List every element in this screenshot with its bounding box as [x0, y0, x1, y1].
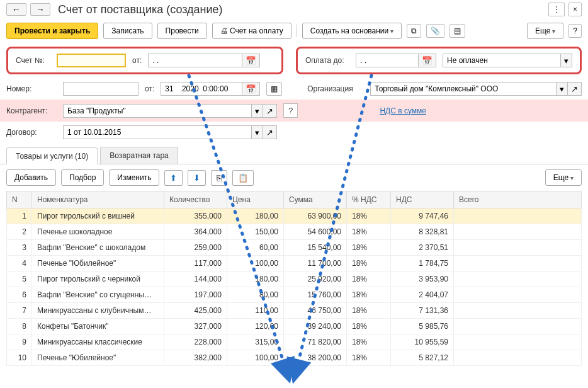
cell-nom: Вафли "Венские" со сгущенны…: [32, 287, 164, 303]
cell-price: 60,00: [227, 240, 284, 256]
move-down-icon[interactable]: ⬇: [188, 170, 206, 186]
org-label: Организация: [307, 84, 364, 93]
oplata-do-input[interactable]: [356, 54, 419, 67]
extra-icon[interactable]: ▦: [266, 82, 282, 96]
dropdown-icon[interactable]: ▾: [557, 82, 568, 96]
dropdown-icon[interactable]: ▾: [561, 54, 572, 67]
more-button[interactable]: Еще: [527, 23, 563, 39]
cell-vatpct: 18%: [347, 271, 391, 287]
post-close-button[interactable]: Провести и закрыть: [6, 23, 98, 39]
nomer-input[interactable]: [63, 82, 139, 96]
cell-n: 3: [7, 240, 32, 256]
structure-icon[interactable]: ⧉: [407, 24, 421, 38]
schet-no-label: Счет №:: [16, 56, 50, 65]
tab-goods[interactable]: Товары и услуги (10): [6, 147, 98, 164]
cell-price: 100,00: [227, 350, 284, 366]
dogovor-label: Договор:: [6, 128, 57, 137]
cell-n: 4: [7, 256, 32, 271]
close-icon[interactable]: ×: [568, 3, 582, 16]
col-vatpct[interactable]: % НДС: [347, 191, 391, 208]
input-highlight-right: Оплата до: 📅 ▾: [296, 47, 582, 74]
cell-nom: Пирог тирольский с вишней: [32, 208, 164, 224]
dropdown-icon[interactable]: ▾: [252, 125, 263, 139]
calendar-icon[interactable]: 📅: [419, 54, 436, 67]
status-select[interactable]: [443, 54, 561, 67]
cell-n: 9: [7, 334, 32, 350]
paste-icon[interactable]: 📋: [232, 170, 254, 186]
edit-button[interactable]: Изменить: [109, 169, 159, 186]
cell-vatpct: 18%: [347, 287, 391, 303]
cell-nom: Печенье "Юбилейное": [32, 350, 164, 366]
schet-no-input[interactable]: [57, 54, 126, 67]
cell-total: [454, 208, 582, 224]
nav-back-button[interactable]: ←: [6, 3, 26, 16]
cell-vat: 5 985,76: [391, 319, 454, 334]
kontragent-input[interactable]: [63, 104, 252, 118]
table-more-button[interactable]: Еще: [545, 169, 582, 186]
calendar-icon[interactable]: 📅: [242, 54, 260, 67]
col-sum[interactable]: Сумма: [284, 191, 347, 208]
save-button[interactable]: Записать: [103, 23, 152, 39]
help-icon[interactable]: ?: [568, 24, 582, 38]
table-row[interactable]: 6 Вафли "Венские" со сгущенны… 197,000 8…: [7, 287, 582, 303]
move-up-icon[interactable]: ⬆: [164, 170, 183, 186]
col-n[interactable]: N: [7, 191, 32, 208]
open-icon[interactable]: ↗: [263, 104, 277, 118]
nds-link[interactable]: НДС в сумме: [380, 106, 426, 115]
attach-icon[interactable]: 📎: [426, 24, 444, 38]
menu-icon[interactable]: ⋮: [548, 3, 565, 16]
open-icon[interactable]: ↗: [568, 82, 582, 96]
cell-n: 1: [7, 208, 32, 224]
open-icon[interactable]: ↗: [263, 125, 277, 139]
cell-qty: 259,000: [164, 240, 227, 256]
input-highlight-left: Счет №: от: 📅: [6, 47, 283, 74]
post-button[interactable]: Провести: [157, 23, 207, 39]
cell-sum: 11 700,00: [284, 256, 347, 271]
org-input[interactable]: [370, 82, 557, 96]
table-row[interactable]: 5 Пирог тирольский с черникой 144,000 18…: [7, 271, 582, 287]
help-kontragent-icon[interactable]: ?: [283, 103, 298, 118]
cell-price: 180,00: [227, 208, 284, 224]
cell-vatpct: 18%: [347, 350, 391, 366]
calendar-icon[interactable]: 📅: [242, 82, 260, 96]
table-row[interactable]: 10 Печенье "Юбилейное" 382,000 100,00 38…: [7, 350, 582, 366]
oplata-do-label: Оплата до:: [305, 56, 349, 65]
table-row[interactable]: 7 Миникруассаны с клубничным… 425,000 11…: [7, 303, 582, 319]
col-vat[interactable]: НДС: [391, 191, 454, 208]
cell-vatpct: 18%: [347, 240, 391, 256]
cell-vatpct: 18%: [347, 303, 391, 319]
create-based-button[interactable]: Создать на основании: [302, 23, 402, 39]
nav-fwd-button[interactable]: →: [30, 3, 50, 16]
tab-tara[interactable]: Возвратная тара: [100, 147, 178, 164]
col-qty[interactable]: Количество: [164, 191, 227, 208]
report-icon[interactable]: ▤: [449, 24, 465, 38]
cell-qty: 355,000: [164, 208, 227, 224]
cell-total: [454, 334, 582, 350]
table-row[interactable]: 4 Печенье "Юбилейное" 117,000 100,00 11 …: [7, 256, 582, 271]
cell-n: 2: [7, 224, 32, 240]
cell-total: [454, 350, 582, 366]
schet-date-input[interactable]: [148, 54, 242, 67]
cell-total: [454, 240, 582, 256]
cell-nom: Вафли "Венские" с шоколадом: [32, 240, 164, 256]
cell-nom: Миникруассаны с клубничным…: [32, 303, 164, 319]
dropdown-icon[interactable]: ▾: [252, 104, 263, 118]
pick-button[interactable]: Подбор: [61, 169, 104, 186]
print-button[interactable]: 🖨 Счет на оплату: [212, 23, 291, 39]
table-row[interactable]: 3 Вафли "Венские" с шоколадом 259,000 60…: [7, 240, 582, 256]
nomer-label: Номер:: [6, 84, 57, 93]
col-nom[interactable]: Номенклатура: [32, 191, 164, 208]
cell-vat: 7 131,36: [391, 303, 454, 319]
cell-vat: 3 953,90: [391, 271, 454, 287]
table-row[interactable]: 8 Конфеты "Батончик" 327,000 120,00 39 2…: [7, 319, 582, 334]
add-button[interactable]: Добавить: [6, 169, 56, 186]
nomer-date-input[interactable]: [161, 82, 242, 96]
dogovor-input[interactable]: [63, 125, 252, 139]
col-total[interactable]: Всего: [454, 191, 582, 208]
col-price[interactable]: Цена: [227, 191, 284, 208]
table-row[interactable]: 9 Миникруассаны классические 228,000 315…: [7, 334, 582, 350]
table-row[interactable]: 1 Пирог тирольский с вишней 355,000 180,…: [7, 208, 582, 224]
print-label: Счет на оплату: [230, 26, 283, 35]
copy-icon[interactable]: ⎘: [211, 170, 227, 186]
table-row[interactable]: 2 Печенье шоколадное 364,000 150,00 54 6…: [7, 224, 582, 240]
